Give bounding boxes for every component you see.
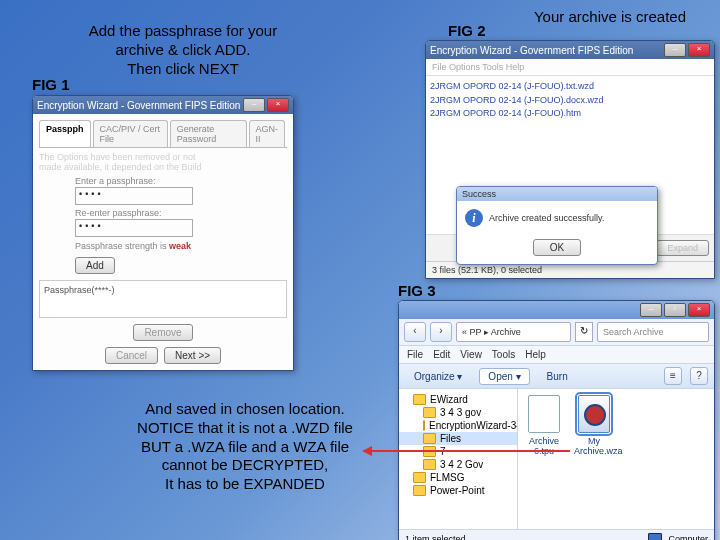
fig2-body: File Options Tools Help 2JRGM OPORD 02-1… <box>426 59 714 278</box>
folder-icon <box>423 433 436 444</box>
next-button[interactable]: Next >> <box>164 347 221 364</box>
strength-value: weak <box>169 241 191 251</box>
footer-row: Cancel Next >> <box>39 347 287 364</box>
info-icon: i <box>465 209 483 227</box>
folder-tree[interactable]: EWizard 3 4 3 gov EncryptionWizard-343 F… <box>399 389 518 529</box>
maximize-button[interactable]: ▫ <box>664 303 686 317</box>
organize-button[interactable]: Organize ▾ <box>405 368 471 385</box>
menu-edit[interactable]: Edit <box>433 349 450 360</box>
tree-item: 3 4 3 gov <box>399 406 517 419</box>
folder-icon <box>423 459 436 470</box>
reenter-passphrase-input[interactable]: •••• <box>75 219 193 237</box>
tab-cac[interactable]: CAC/PIV / Cert File <box>93 120 168 147</box>
tab-generate[interactable]: Generate Password <box>170 120 247 147</box>
close-button[interactable]: × <box>267 98 289 112</box>
folder-icon <box>423 407 436 418</box>
passphrase-list: Passphrase(****-) <box>39 280 287 318</box>
tab-passphrase[interactable]: Passpph <box>39 120 91 147</box>
file-icon <box>528 395 560 433</box>
breadcrumb[interactable]: « PP ▸ Archive <box>456 322 571 342</box>
tree-item: Power-Point <box>399 484 517 497</box>
folder-icon <box>423 420 425 431</box>
fig1-titlebar[interactable]: Encryption Wizard - Government FIPS Edit… <box>33 96 293 114</box>
folder-icon <box>413 472 426 483</box>
fig1-title: Encryption Wizard - Government FIPS Edit… <box>37 100 243 111</box>
search-input[interactable]: Search Archive <box>597 322 709 342</box>
back-button[interactable]: ‹ <box>404 322 426 342</box>
tree-item-selected: Files <box>399 432 517 445</box>
explorer-status: 1 item selected Computer <box>399 529 714 540</box>
view-icon[interactable]: ≡ <box>664 367 682 385</box>
menu-help[interactable]: Help <box>525 349 546 360</box>
caption-fig2: Your archive is created <box>510 8 710 27</box>
close-button[interactable]: × <box>688 303 710 317</box>
ok-button[interactable]: OK <box>533 239 581 256</box>
wza-file-icon <box>578 395 610 433</box>
fig1-body: Passpph CAC/PIV / Cert File Generate Pas… <box>33 114 293 370</box>
status-left: 1 item selected <box>405 534 466 540</box>
tree-item: 3 4 2 Gov <box>399 458 517 471</box>
file-row[interactable]: 2JRGM OPORD 02-14 (J-FOUO).docx.wzd <box>430 94 710 108</box>
file-row[interactable]: 2JRGM OPORD 02-14 (J-FOUO).htm <box>430 107 710 121</box>
arrow-line <box>370 450 570 452</box>
computer-icon <box>648 533 662 540</box>
cancel-button[interactable]: Cancel <box>105 347 158 364</box>
success-dialog: Success i Archive created successfully. … <box>456 186 658 265</box>
menu-tools[interactable]: Tools <box>492 349 515 360</box>
close-button[interactable]: × <box>688 43 710 57</box>
folder-icon <box>413 485 426 496</box>
fig3-titlebar[interactable]: – ▫ × <box>399 301 714 319</box>
reenter-passphrase-label: Re-enter passphrase: <box>75 208 287 218</box>
nav-row: ‹ › « PP ▸ Archive ↻ Search Archive <box>399 319 714 346</box>
menu-file[interactable]: File <box>407 349 423 360</box>
tab-agn[interactable]: AGN-II <box>249 120 286 147</box>
folder-icon <box>413 394 426 405</box>
fig2-titlebar[interactable]: Encryption Wizard - Government FIPS Edit… <box>426 41 714 59</box>
tree-item: EncryptionWizard-343 <box>399 419 517 432</box>
fig1-label: FIG 1 <box>32 76 70 93</box>
dialog-title[interactable]: Success <box>457 187 657 201</box>
enter-passphrase-label: Enter a passphrase: <box>75 176 287 186</box>
add-button[interactable]: Add <box>75 257 115 274</box>
status-right: Computer <box>668 534 708 540</box>
hint-text: The Options have been removed or notmade… <box>39 152 287 172</box>
file-pane[interactable]: Archive 6.tpu My Archive.wza <box>518 389 714 529</box>
fig2-window: Encryption Wizard - Government FIPS Edit… <box>425 40 715 279</box>
file-item-selected[interactable]: My Archive.wza <box>574 395 614 456</box>
fig3-label: FIG 3 <box>398 282 436 299</box>
window-controls: – × <box>243 98 289 112</box>
fig2-title: Encryption Wizard - Government FIPS Edit… <box>430 45 664 56</box>
open-button[interactable]: Open ▾ <box>479 368 529 385</box>
fig2-label: FIG 2 <box>448 22 486 39</box>
forward-button[interactable]: › <box>430 322 452 342</box>
remove-button[interactable]: Remove <box>133 324 192 341</box>
fig2-filelist[interactable]: 2JRGM OPORD 02-14 (J-FOUO).txt.wzd 2JRGM… <box>426 76 714 234</box>
fig2-menu[interactable]: File Options Tools Help <box>426 59 714 76</box>
dialog-message: Archive created successfully. <box>489 213 604 223</box>
menu-row: File Edit View Tools Help <box>399 346 714 364</box>
arrow-head-icon <box>362 446 372 456</box>
menu-view[interactable]: View <box>460 349 482 360</box>
toolbar: Organize ▾ Open ▾ Burn ≡ ? <box>399 364 714 389</box>
caption-fig1: Add the passphrase for your archive & cl… <box>68 22 298 78</box>
minimize-button[interactable]: – <box>664 43 686 57</box>
remove-row: Remove <box>39 324 287 341</box>
fig1-window: Encryption Wizard - Government FIPS Edit… <box>32 95 294 371</box>
tree-item: FLMSG <box>399 471 517 484</box>
refresh-icon[interactable]: ↻ <box>575 322 593 342</box>
explorer-body: EWizard 3 4 3 gov EncryptionWizard-343 F… <box>399 389 714 529</box>
expand-button[interactable]: Expand <box>656 240 709 256</box>
help-icon[interactable]: ? <box>690 367 708 385</box>
passphrase-input[interactable]: •••• <box>75 187 193 205</box>
minimize-button[interactable]: – <box>640 303 662 317</box>
fig3-window: – ▫ × ‹ › « PP ▸ Archive ↻ Search Archiv… <box>398 300 715 540</box>
caption-fig3: And saved in chosen location. NOTICE tha… <box>120 400 370 494</box>
file-item[interactable]: Archive 6.tpu <box>524 395 564 456</box>
burn-button[interactable]: Burn <box>538 368 577 385</box>
minimize-button[interactable]: – <box>243 98 265 112</box>
tabs: Passpph CAC/PIV / Cert File Generate Pas… <box>39 120 287 148</box>
strength-line: Passphrase strength is weak <box>75 241 287 251</box>
tree-item: EWizard <box>399 393 517 406</box>
file-row[interactable]: 2JRGM OPORD 02-14 (J-FOUO).txt.wzd <box>430 80 710 94</box>
